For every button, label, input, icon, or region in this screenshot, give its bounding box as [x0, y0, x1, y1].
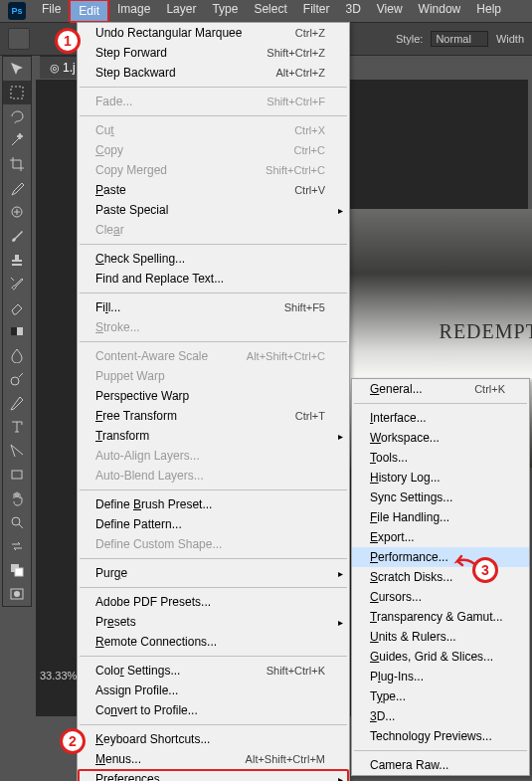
menu-select[interactable]: Select — [246, 0, 294, 23]
menu-3d[interactable]: 3D — [337, 0, 368, 23]
pref-type[interactable]: Type... — [352, 686, 529, 706]
edit-check-spelling[interactable]: Check Spelling... — [78, 249, 349, 269]
edit-perspective-warp[interactable]: Perspective Warp — [78, 386, 349, 406]
tool-swap[interactable] — [3, 534, 31, 558]
menu-label: Content-Aware Scale — [95, 349, 247, 363]
pref-cursors[interactable]: Cursors... — [352, 587, 529, 607]
tool-marquee[interactable] — [3, 81, 31, 104]
edit-convert-to-profile[interactable]: Convert to Profile... — [78, 700, 349, 720]
edit-fill[interactable]: Fill...Shift+F5 — [78, 297, 349, 317]
edit-paste[interactable]: PasteCtrl+V — [78, 180, 349, 200]
svg-rect-0 — [11, 87, 23, 98]
tool-lasso[interactable] — [3, 104, 31, 128]
edit-remote-connections[interactable]: Remote Connections... — [78, 632, 349, 652]
tool-gradient[interactable] — [3, 319, 31, 343]
menu-label: Cut — [95, 123, 294, 137]
menu-layer[interactable]: Layer — [158, 0, 204, 23]
svg-point-4 — [11, 377, 19, 385]
tool-crop[interactable] — [3, 152, 31, 176]
menu-label: Undo Rectangular Marquee — [95, 26, 295, 40]
tool-pen[interactable] — [3, 391, 31, 415]
pref-scratch-disks[interactable]: Scratch Disks... — [352, 567, 529, 587]
edit-find-and-replace-text[interactable]: Find and Replace Text... — [78, 269, 349, 289]
edit-define-brush-preset[interactable]: Define Brush Preset... — [78, 494, 349, 514]
tool-zoom[interactable] — [3, 510, 31, 534]
tool-move[interactable] — [3, 57, 31, 81]
menu-label: Camera Raw... — [370, 758, 505, 772]
menu-label: Puppet Warp — [95, 369, 325, 383]
photoshop-logo: Ps — [8, 2, 26, 20]
pref-separator — [354, 750, 527, 751]
menu-label: Color Settings... — [95, 664, 266, 678]
edit-step-backward[interactable]: Step BackwardAlt+Ctrl+Z — [78, 63, 349, 83]
edit-transform[interactable]: Transform — [78, 426, 349, 446]
menu-filter[interactable]: Filter — [295, 0, 338, 23]
pref-camera-raw[interactable]: Camera Raw... — [352, 755, 529, 775]
edit-clear: Clear — [78, 220, 349, 240]
pref-units-rulers[interactable]: Units & Rulers... — [352, 627, 529, 647]
tool-path[interactable] — [3, 439, 31, 463]
menu-label: Check Spelling... — [95, 252, 325, 266]
tool-eraser[interactable] — [3, 295, 31, 319]
pref-general[interactable]: General...Ctrl+K — [352, 379, 529, 399]
active-tool-icon[interactable] — [8, 28, 30, 50]
zoom-status[interactable]: 33.33% — [40, 670, 77, 682]
edit-undo-rectangular-marquee[interactable]: Undo Rectangular MarqueeCtrl+Z — [78, 23, 349, 43]
tool-rect[interactable] — [3, 463, 31, 487]
menu-edit[interactable]: Edit — [69, 0, 109, 23]
tool-heal[interactable] — [3, 200, 31, 224]
menu-label: Assign Profile... — [95, 683, 325, 697]
edit-cut: CutCtrl+X — [78, 120, 349, 140]
menu-type[interactable]: Type — [204, 0, 246, 23]
tool-history[interactable] — [3, 272, 31, 295]
edit-separator — [80, 656, 347, 657]
pref-performance[interactable]: Performance... — [352, 547, 529, 567]
shortcut: Shift+F5 — [284, 301, 325, 313]
edit-purge[interactable]: Purge — [78, 563, 349, 583]
edit-assign-profile[interactable]: Assign Profile... — [78, 681, 349, 700]
style-select[interactable]: Normal — [431, 31, 487, 47]
edit-color-settings[interactable]: Color Settings...Shift+Ctrl+K — [78, 661, 349, 681]
pref-file-handling[interactable]: File Handling... — [352, 507, 529, 527]
pref-transparency-gamut[interactable]: Transparency & Gamut... — [352, 607, 529, 627]
pref-guides-grid-slices[interactable]: Guides, Grid & Slices... — [352, 647, 529, 667]
edit-adobe-pdf-presets[interactable]: Adobe PDF Presets... — [78, 592, 349, 612]
menu-view[interactable]: View — [369, 0, 411, 23]
pref-interface[interactable]: Interface... — [352, 408, 529, 428]
shortcut: Shift+Ctrl+F — [266, 96, 325, 107]
pref-3d[interactable]: 3D... — [352, 706, 529, 726]
menu-help[interactable]: Help — [468, 0, 509, 23]
tool-dodge[interactable] — [3, 367, 31, 391]
tool-stamp[interactable] — [3, 248, 31, 272]
edit-preferences[interactable]: Preferences — [78, 769, 349, 781]
menu-label: Cursors... — [370, 590, 505, 604]
pref-workspace[interactable]: Workspace... — [352, 428, 529, 448]
menu-label: Preferences — [95, 772, 325, 781]
tool-eyedropper[interactable] — [3, 176, 31, 200]
menu-label: Step Backward — [95, 66, 275, 80]
pref-plug-ins[interactable]: Plug-Ins... — [352, 667, 529, 686]
edit-menus[interactable]: Menus...Alt+Shift+Ctrl+M — [78, 749, 349, 769]
pref-technology-previews[interactable]: Technology Previews... — [352, 726, 529, 746]
tool-brush[interactable] — [3, 224, 31, 248]
style-label: Style: — [396, 33, 424, 45]
pref-history-log[interactable]: History Log... — [352, 468, 529, 488]
pref-sync-settings[interactable]: Sync Settings... — [352, 488, 529, 507]
tool-hand[interactable] — [3, 487, 31, 510]
tool-fg-bg[interactable] — [3, 558, 31, 582]
tool-type[interactable] — [3, 415, 31, 439]
menu-image[interactable]: Image — [109, 0, 158, 23]
tool-blur[interactable] — [3, 343, 31, 367]
menu-file[interactable]: File — [34, 0, 69, 23]
pref-tools[interactable]: Tools... — [352, 448, 529, 468]
edit-keyboard-shortcuts[interactable]: Keyboard Shortcuts... — [78, 729, 349, 749]
edit-presets[interactable]: Presets — [78, 612, 349, 632]
edit-step-forward[interactable]: Step ForwardShift+Ctrl+Z — [78, 43, 349, 63]
tool-mask[interactable] — [3, 582, 31, 606]
menu-window[interactable]: Window — [411, 0, 469, 23]
edit-free-transform[interactable]: Free TransformCtrl+T — [78, 406, 349, 426]
edit-define-pattern[interactable]: Define Pattern... — [78, 514, 349, 534]
pref-export[interactable]: Export... — [352, 527, 529, 547]
tool-wand[interactable] — [3, 128, 31, 152]
edit-paste-special[interactable]: Paste Special — [78, 200, 349, 220]
